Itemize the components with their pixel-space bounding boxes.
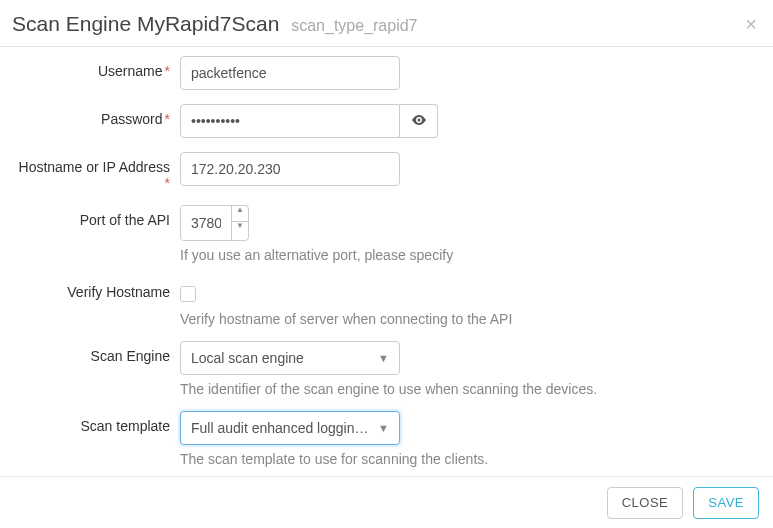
engine-help: The identifier of the scan engine to use… [180, 381, 763, 397]
port-step-up[interactable]: ▲ [232, 206, 248, 222]
modal-title: Scan Engine MyRapid7Scan scan_type_rapid… [12, 12, 418, 36]
close-button[interactable]: CLOSE [607, 487, 684, 519]
show-password-button[interactable] [400, 104, 438, 138]
chevron-down-icon: ▼ [378, 422, 389, 434]
modal-body: Username* Password* Hostname or IP Addre… [0, 42, 773, 476]
engine-label: Scan Engine [0, 341, 180, 364]
verify-checkbox[interactable] [180, 286, 196, 302]
verify-label: Verify Hostname [0, 277, 180, 300]
username-input[interactable] [180, 56, 400, 90]
engine-select[interactable]: Local scan engine ▼ [180, 341, 400, 375]
port-input[interactable] [181, 206, 231, 240]
template-label: Scan template [0, 411, 180, 434]
host-label: Hostname or IP Address* [0, 152, 180, 191]
title-prefix: Scan Engine [12, 12, 131, 35]
username-label: Username* [0, 56, 180, 79]
template-help: The scan template to use for scanning th… [180, 451, 763, 467]
port-step-down[interactable]: ▼ [232, 222, 248, 238]
title-name: MyRapid7Scan [137, 12, 279, 35]
template-select[interactable]: Full audit enhanced loggin… ▼ [180, 411, 400, 445]
password-label: Password* [0, 104, 180, 127]
chevron-down-icon: ▼ [378, 352, 389, 364]
close-icon[interactable]: × [745, 13, 757, 36]
title-subtitle: scan_type_rapid7 [291, 17, 417, 34]
port-label: Port of the API [0, 205, 180, 228]
verify-help: Verify hostname of server when connectin… [180, 311, 763, 327]
eye-icon [411, 112, 427, 131]
host-input[interactable] [180, 152, 400, 186]
save-button[interactable]: SAVE [693, 487, 759, 519]
modal-footer: CLOSE SAVE [0, 476, 773, 528]
port-help: If you use an alternative port, please s… [180, 247, 763, 263]
password-input[interactable] [180, 104, 400, 138]
